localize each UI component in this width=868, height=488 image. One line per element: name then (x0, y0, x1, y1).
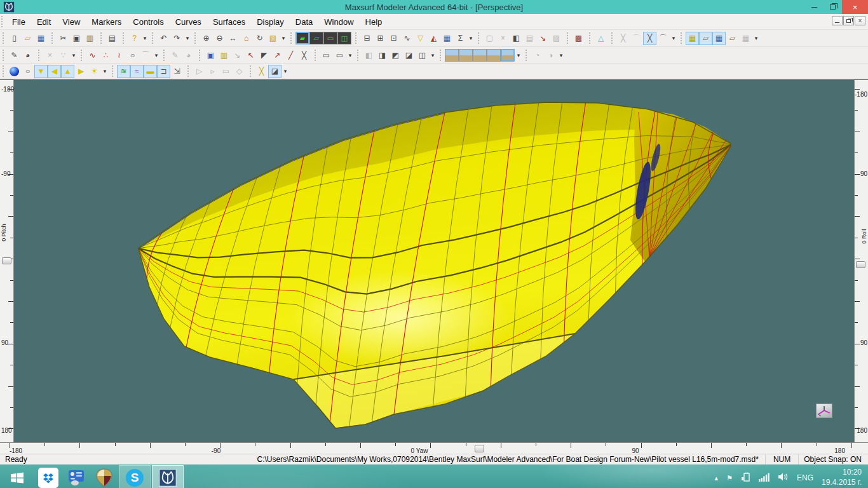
grid-tag-button[interactable]: ▱ (726, 32, 739, 45)
view-body-button[interactable]: ◫ (337, 32, 351, 44)
toolbar-grip[interactable] (611, 32, 614, 44)
show-buttocks-button[interactable]: ⊐ (157, 65, 170, 78)
paste-button[interactable]: ▥ (83, 32, 97, 45)
start-button[interactable] (0, 464, 34, 488)
trim-edge-button[interactable]: ◕ (182, 48, 195, 62)
show-contours-button[interactable]: ≋ (117, 65, 130, 78)
copy-surface-button[interactable]: ▣ (204, 48, 217, 62)
surface-net-button[interactable]: ◇ (233, 65, 246, 78)
toolbar-grip[interactable] (567, 32, 570, 44)
menu-window[interactable]: Window (318, 15, 359, 29)
help-button[interactable]: ? (128, 32, 141, 45)
menu-controls[interactable]: Controls (127, 15, 169, 29)
ungroup-entities-button[interactable]: × (496, 32, 510, 45)
toolbar-grip[interactable] (199, 50, 202, 61)
menubar-grip[interactable] (1, 16, 4, 27)
hatch-surface-button[interactable]: ▨ (550, 32, 563, 45)
language-indicator[interactable]: ENG (797, 473, 813, 482)
render-textured-button[interactable] (487, 49, 501, 62)
render-triangles-button[interactable]: △ (594, 32, 607, 45)
shade-corner-button[interactable]: ◤ (257, 48, 271, 62)
delete-marker-button[interactable]: ◕ (21, 48, 34, 62)
mdi-minimize-button[interactable] (832, 16, 843, 25)
light-custom-button[interactable]: ☀ (88, 65, 101, 78)
dropbox-icon[interactable] (34, 464, 62, 488)
rotate-view-button[interactable]: ↻ (253, 32, 266, 45)
compact-surfaces-button[interactable]: ▤ (523, 32, 536, 45)
settings-icon[interactable] (62, 464, 90, 488)
align-control-point-button[interactable]: ⊡ (387, 32, 400, 45)
move-control-point-button[interactable]: ⊞ (374, 32, 387, 45)
show-waterlines-button[interactable]: ▬ (144, 65, 157, 78)
menu-surfaces[interactable]: Surfaces (207, 15, 251, 29)
perspective-pan-button[interactable]: ◑ (544, 48, 557, 62)
toolbar-grip[interactable] (355, 32, 358, 44)
toolbar-grip[interactable] (163, 50, 166, 61)
action-center-flag-icon[interactable]: ⚑ (726, 474, 733, 482)
mask-surface-button[interactable]: ◧ (510, 32, 523, 45)
render-flat-button[interactable] (459, 49, 473, 62)
menu-file[interactable]: File (6, 15, 31, 29)
skype-taskbar-button[interactable]: S (119, 465, 151, 488)
select-corner-button[interactable]: ↘ (231, 48, 244, 62)
toolbar-grip[interactable] (81, 50, 84, 61)
curve-of-areas-button[interactable]: ◭ (427, 32, 440, 45)
light-left-button[interactable]: ◀ (48, 65, 61, 78)
surface-list-button[interactable]: ▧ (266, 32, 280, 45)
redo-button[interactable]: ↷ (170, 32, 184, 45)
toolbar-grip[interactable] (589, 32, 592, 44)
wireframe-mode-button[interactable]: ○ (21, 65, 34, 78)
light-right-button[interactable]: ▶ (74, 65, 88, 78)
home-view-button[interactable]: ⌂ (240, 32, 253, 45)
paste-surface-button[interactable]: ▥ (217, 48, 231, 62)
clock[interactable]: 10:20 19.4.2015 г. (822, 468, 862, 487)
dropdown-caret[interactable]: ▾ (670, 35, 677, 41)
move-assembly-button[interactable]: ↖ (244, 48, 257, 62)
fit-markers-button[interactable]: ⌒ (656, 32, 670, 45)
save-file-button[interactable]: ▦ (34, 32, 48, 45)
drop-control-point-button[interactable]: ▽ (414, 32, 427, 45)
marquee-select-button[interactable]: ▭ (320, 48, 333, 62)
menu-curves[interactable]: Curves (170, 15, 207, 29)
open-file-button[interactable]: ▱ (21, 32, 34, 45)
markers-off-button[interactable]: ╳ (616, 32, 630, 45)
toolbar-grip[interactable] (440, 50, 443, 61)
toolbar-grip[interactable] (38, 50, 41, 61)
spread-nodes-button[interactable]: ↗ (271, 48, 284, 62)
toolbar-grip[interactable] (315, 50, 318, 61)
dropdown-caret[interactable]: ▾ (753, 35, 759, 41)
pitch-slider[interactable] (2, 257, 11, 264)
new-file-button[interactable]: ▯ (8, 32, 21, 45)
yaw-slider[interactable] (475, 445, 484, 452)
half-model-button[interactable]: ◪ (268, 65, 281, 78)
toolbar-grip[interactable] (681, 32, 684, 44)
menu-edit[interactable]: Edit (31, 15, 57, 29)
toolbar-grip[interactable] (3, 32, 6, 44)
menu-help[interactable]: Help (360, 15, 388, 29)
cross-trim-button[interactable]: ╳ (297, 48, 311, 62)
calculations-button[interactable]: Σ (454, 32, 467, 45)
dropdown-caret[interactable]: ▾ (515, 52, 522, 58)
circle-curve-button[interactable]: ○ (126, 48, 139, 62)
close-button[interactable]: × (842, 0, 868, 14)
toolbar-grip[interactable] (51, 32, 55, 44)
show-sections-button[interactable]: ≈ (130, 65, 144, 78)
toolbar-grip[interactable] (526, 50, 529, 61)
dropdown-caret[interactable]: ▾ (102, 68, 108, 74)
menu-view[interactable]: View (57, 15, 86, 29)
render-full-button[interactable] (501, 49, 515, 62)
toolbar-grip[interactable] (100, 32, 104, 44)
fit-markers-off-button[interactable]: ⌒ (630, 32, 643, 45)
view-profile-button[interactable]: ▭ (323, 32, 337, 44)
mdi-close-button[interactable]: × (855, 16, 865, 25)
maxsurf-taskbar-button[interactable] (152, 465, 184, 488)
menu-markers[interactable]: Markers (86, 15, 127, 29)
hull-model[interactable] (14, 80, 854, 440)
toolbar-grip[interactable] (357, 50, 360, 61)
toolbar-grip[interactable] (194, 32, 198, 44)
toolbar-grip[interactable] (290, 32, 294, 44)
group-surfaces-button[interactable]: ◫ (416, 48, 429, 62)
status-object-snap[interactable]: Object Snap: ON (799, 455, 868, 464)
print-button[interactable]: ▤ (105, 32, 119, 45)
divide-surface-button[interactable]: ↘ (536, 32, 550, 45)
